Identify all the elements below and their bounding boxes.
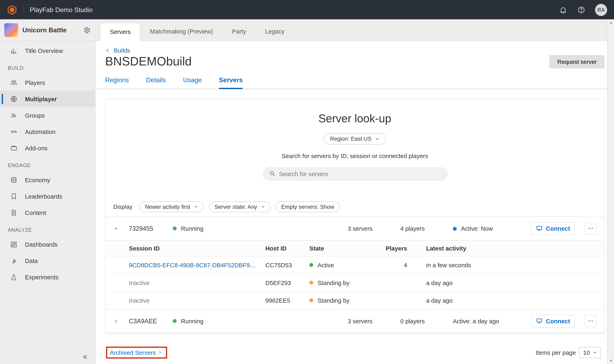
collapse-sidebar-button[interactable] <box>0 349 95 364</box>
connect-button[interactable]: Connect <box>531 222 575 235</box>
nav-dashboards[interactable]: Dashboards <box>0 236 95 253</box>
top-tabs: Servers Matchmaking (Preview) Party Lega… <box>96 19 614 41</box>
perpage-label: Items per page <box>536 349 576 356</box>
dots-icon <box>587 225 594 232</box>
content: Builds BNSDEMObuild Request server Regio… <box>96 41 614 364</box>
region-label: Region: East US <box>330 135 371 142</box>
region-selector[interactable]: Region: East US <box>324 133 386 144</box>
lookup-title: Server look-up <box>114 112 596 125</box>
nav-label: Economy <box>25 176 50 183</box>
svg-rect-19 <box>537 226 542 229</box>
tab-legacy[interactable]: Legacy <box>256 22 294 40</box>
lookup-card: Server look-up Region: East US Search fo… <box>105 98 605 333</box>
user-avatar[interactable]: RA <box>595 4 607 16</box>
subtab-usage[interactable]: Usage <box>183 76 202 89</box>
nav-label: Groups <box>25 112 45 119</box>
scroll-down-icon[interactable] <box>607 356 614 364</box>
nav-label: Leaderboards <box>25 193 62 200</box>
subtab-regions[interactable]: Regions <box>105 76 129 89</box>
status-dot-icon <box>173 319 177 323</box>
more-button[interactable] <box>584 315 596 327</box>
scrollbar[interactable] <box>607 19 614 364</box>
collapse-toggle[interactable] <box>113 226 119 231</box>
group-activity: Active: Now <box>461 225 493 232</box>
more-button[interactable] <box>584 222 596 234</box>
col-state: State <box>310 245 372 252</box>
game-header[interactable]: Unicorn Battle <box>0 19 95 41</box>
session-state: Active <box>318 261 334 269</box>
grid-footer: Archived Servers Items per page 10 <box>96 343 614 363</box>
chevron-down-icon <box>592 350 597 355</box>
sidebar: Unicorn Battle Title Overview BUILD Play… <box>0 19 96 364</box>
monitor-icon <box>536 225 543 232</box>
search-box[interactable] <box>262 167 447 181</box>
nav-label: Players <box>25 79 45 86</box>
tab-servers[interactable]: Servers <box>100 23 140 41</box>
nav-economy[interactable]: Economy <box>0 172 95 188</box>
subtab-details[interactable]: Details <box>146 76 166 89</box>
svg-rect-16 <box>14 245 16 247</box>
nav-label: Experiments <box>25 274 58 281</box>
perpage-select[interactable]: 10 <box>579 347 601 358</box>
help-icon[interactable] <box>577 5 586 14</box>
status-dot-icon <box>173 226 177 230</box>
svg-marker-1 <box>10 7 14 12</box>
game-name: Unicorn Battle <box>22 26 79 34</box>
filter-bar: Display Newer activity first Server stat… <box>106 197 604 216</box>
nav-multiplayer[interactable]: Multiplayer <box>0 91 95 107</box>
session-id-link[interactable]: 9CD8DCB5-EFC8-490B-8C87-DB4F52DBF9… <box>129 261 256 269</box>
studio-name[interactable]: PlayFab Demo Studio <box>30 6 93 13</box>
scroll-up-icon[interactable] <box>607 19 614 27</box>
nav-section-build: BUILD <box>0 59 95 74</box>
svg-rect-15 <box>14 242 16 243</box>
session-latest: in a few seconds <box>417 261 596 269</box>
nav-automation[interactable]: Automation <box>0 124 95 140</box>
host-id: CC75D53 <box>265 261 300 269</box>
nav-label: Content <box>25 209 46 216</box>
nav-players[interactable]: Players <box>0 74 95 91</box>
host-id: 9962EE5 <box>265 297 300 304</box>
nav-title-overview[interactable]: Title Overview <box>0 42 95 59</box>
tab-party[interactable]: Party <box>222 22 255 40</box>
session-players: 4 <box>381 261 407 269</box>
subtab-servers[interactable]: Servers <box>219 76 243 89</box>
notifications-icon[interactable] <box>559 5 568 14</box>
group-servers: 3 servers <box>348 225 391 232</box>
connect-button[interactable]: Connect <box>531 314 575 327</box>
chevron-down-icon <box>260 205 265 209</box>
svg-rect-14 <box>11 242 13 245</box>
groups-icon <box>11 112 18 119</box>
breadcrumb-back[interactable]: Builds <box>105 47 605 54</box>
tab-matchmaking[interactable]: Matchmaking (Preview) <box>141 22 223 40</box>
players-icon <box>11 79 18 86</box>
nav-leaderboards[interactable]: Leaderboards <box>0 188 95 205</box>
empty-filter[interactable]: Empty servers: Show <box>276 201 340 212</box>
state-filter[interactable]: Server state: Any <box>209 201 271 212</box>
chart-icon <box>11 47 18 54</box>
nav-groups[interactable]: Groups <box>0 107 95 124</box>
svg-point-24 <box>588 320 589 321</box>
group-status: Running <box>181 225 204 232</box>
nav-content[interactable]: Content <box>0 205 95 221</box>
nav-label: Title Overview <box>25 47 63 54</box>
nav-label: Add-ons <box>25 144 47 152</box>
svg-rect-23 <box>537 319 542 322</box>
gear-icon[interactable] <box>83 26 91 34</box>
svg-point-18 <box>270 171 273 175</box>
nav-addons[interactable]: Add-ons <box>0 140 95 156</box>
search-input[interactable] <box>279 170 440 177</box>
nav-label: Multiplayer <box>25 95 57 103</box>
expand-toggle[interactable] <box>113 318 119 324</box>
svg-point-22 <box>592 228 592 229</box>
addons-icon <box>11 144 18 152</box>
nav-experiments[interactable]: Experiments <box>0 269 95 286</box>
server-group-row: C3A9AEE Running 3 servers 0 players Acti… <box>106 309 604 333</box>
document-icon <box>11 209 18 216</box>
archived-servers-link[interactable]: Archived Servers <box>106 346 167 358</box>
group-players: 0 players <box>400 318 444 325</box>
server-group-row: 7329455 Running 3 servers 4 players Acti… <box>106 216 604 240</box>
breadcrumb-label: Builds <box>114 47 130 54</box>
sort-filter[interactable]: Newer activity first <box>139 201 204 212</box>
request-server-button[interactable]: Request server <box>549 55 605 68</box>
nav-data[interactable]: Data <box>0 253 95 269</box>
